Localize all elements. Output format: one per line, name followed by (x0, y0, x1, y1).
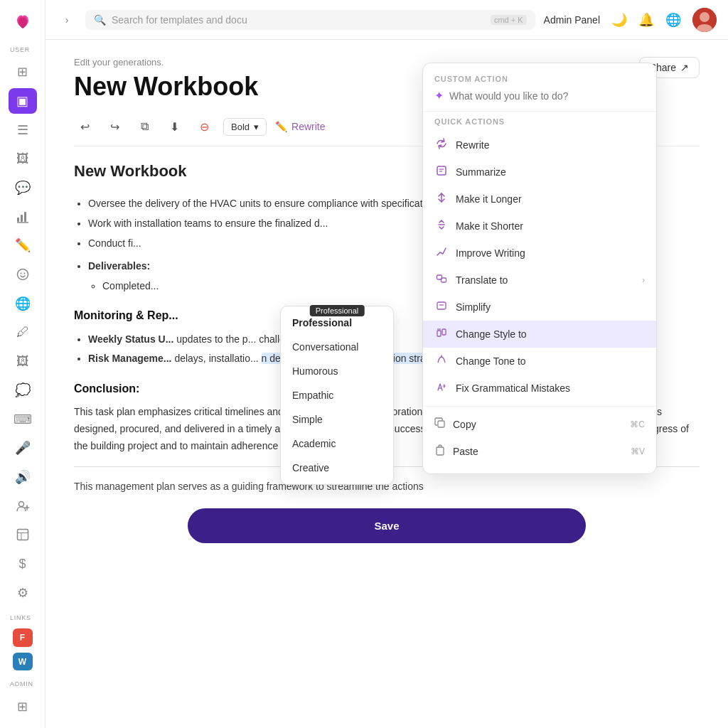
user-avatar[interactable] (692, 8, 717, 32)
download-button[interactable]: ⬇ (164, 116, 185, 137)
make-longer-icon (434, 192, 449, 206)
share-icon: ↗ (680, 62, 689, 73)
action-make-shorter[interactable]: Make it Shorter (423, 213, 656, 240)
translate-icon (434, 273, 449, 287)
simplify-icon (434, 300, 449, 314)
search-kbd: cmd + K (491, 15, 527, 25)
sidebar-pen-icon[interactable]: 🖊 (9, 319, 37, 346)
svg-rect-22 (441, 278, 446, 282)
action-translate[interactable]: Translate to › (423, 267, 656, 294)
summarize-icon (434, 165, 449, 179)
admin-panel-label: Admin Panel (544, 14, 600, 26)
action-rewrite-label: Rewrite (456, 139, 645, 151)
svg-rect-2 (24, 212, 26, 222)
expand-button[interactable]: › (57, 10, 77, 30)
qp-divider (423, 406, 656, 407)
chevron-right-icon: › (642, 275, 645, 285)
copy-button[interactable]: ⧉ (134, 116, 155, 137)
bold-select[interactable]: Bold ▾ (223, 118, 267, 136)
sidebar-admin-icon[interactable]: ⊞ (9, 693, 37, 719)
action-fix-grammar[interactable]: Fix Grammatical Mistakes (423, 375, 656, 402)
action-make-longer[interactable]: Make it Longer (423, 186, 656, 213)
improve-writing-icon (434, 246, 449, 260)
sidebar-edit-icon[interactable]: ✏️ (9, 232, 37, 259)
custom-action-row[interactable]: ✦ (423, 89, 656, 112)
custom-action-input[interactable] (449, 90, 645, 102)
sidebar-table-icon[interactable] (9, 522, 37, 548)
topbar: › 🔍 Search for templates and docu cmd + … (46, 0, 728, 40)
copy-left: Copy (434, 417, 476, 432)
style-option-academic[interactable]: Academic (281, 432, 393, 456)
language-icon[interactable]: 🌐 (665, 12, 681, 28)
action-rewrite[interactable]: Rewrite (423, 132, 656, 159)
svg-rect-10 (17, 530, 28, 540)
paste-icon (434, 444, 446, 459)
sidebar-adduser-icon[interactable] (9, 493, 37, 519)
style-option-simple[interactable]: Simple (281, 407, 393, 432)
app-logo[interactable] (10, 9, 36, 32)
copy-row[interactable]: Copy ⌘C (423, 411, 656, 438)
svg-rect-1 (21, 215, 23, 222)
sidebar-chat-icon[interactable]: 💬 (9, 175, 37, 201)
svg-rect-0 (17, 218, 19, 222)
sidebar-terminal-icon[interactable]: ⌨ (9, 406, 37, 432)
style-option-professional[interactable]: Professional (281, 311, 393, 335)
sidebar-document-icon[interactable]: ▣ (9, 88, 37, 114)
sidebar-mic-icon[interactable]: 🎤 (9, 435, 37, 461)
search-bar[interactable]: 🔍 Search for templates and docu cmd + K (85, 10, 535, 30)
action-change-tone[interactable]: Change Tone to (423, 348, 656, 375)
search-placeholder: Search for templates and docu (112, 14, 485, 26)
copy-kbd: ⌘C (630, 419, 645, 429)
action-fix-grammar-label: Fix Grammatical Mistakes (456, 382, 645, 394)
action-simplify[interactable]: Simplify (423, 294, 656, 321)
action-improve-writing[interactable]: Improve Writing (423, 240, 656, 267)
sidebar-image-icon[interactable]: 🖼 (9, 146, 37, 172)
quick-actions-label: QUICK ACTIONS (423, 117, 656, 132)
svg-rect-16 (437, 166, 446, 175)
link-w[interactable]: W (13, 653, 33, 671)
action-simplify-label: Simplify (456, 301, 645, 313)
svg-point-7 (18, 501, 23, 506)
quick-actions-panel: CUSTOM ACTION ✦ QUICK ACTIONS Rewrite Su… (422, 63, 657, 474)
chevron-down-icon: ▾ (254, 122, 259, 132)
style-option-empathic[interactable]: Empathic (281, 383, 393, 407)
action-change-style-label: Change Style to (456, 328, 645, 340)
sidebar-face-icon[interactable] (9, 262, 37, 288)
svg-point-14 (700, 12, 710, 22)
action-change-style[interactable]: Change Style to (423, 321, 656, 348)
rewrite-button[interactable]: ✏️ Rewrite (275, 121, 325, 132)
action-translate-label: Translate to (456, 274, 635, 286)
sidebar-sound-icon[interactable]: 🔊 (9, 464, 37, 491)
sidebar-grid-icon[interactable]: ⊞ (9, 59, 37, 85)
svg-rect-31 (437, 447, 444, 455)
sidebar-settings-icon[interactable]: ⚙ (9, 579, 37, 606)
undo-button[interactable]: ↩ (74, 116, 95, 137)
save-button[interactable]: Save (188, 508, 586, 543)
action-summarize[interactable]: Summarize (423, 159, 656, 186)
paste-label: Paste (453, 446, 478, 457)
sidebar-photo2-icon[interactable]: 🖼 (9, 348, 37, 375)
svg-rect-25 (437, 331, 441, 336)
search-icon: 🔍 (94, 14, 106, 26)
paste-row[interactable]: Paste ⌘V (423, 438, 656, 465)
style-option-humorous[interactable]: Humorous (281, 359, 393, 383)
dark-mode-icon[interactable]: 🌙 (611, 12, 627, 28)
notification-icon[interactable]: 🔔 (638, 12, 654, 28)
style-option-creative[interactable]: Creative (281, 456, 393, 480)
sparkle-icon: ✦ (434, 89, 444, 102)
action-summarize-label: Summarize (456, 166, 645, 178)
sidebar-bubble-icon[interactable]: 💭 (9, 378, 37, 404)
link-f[interactable]: F (13, 628, 33, 647)
links-section-label: LINKS (0, 614, 45, 621)
minus-button[interactable]: ⊖ (193, 116, 215, 137)
copy-icon (434, 417, 446, 432)
sidebar-chart-icon[interactable] (9, 203, 37, 230)
sidebar-list-icon[interactable]: ☰ (9, 117, 37, 143)
sidebar-globe-icon[interactable]: 🌐 (9, 291, 37, 317)
custom-action-label: CUSTOM ACTION (423, 75, 656, 89)
sidebar-dollar-icon[interactable]: $ (9, 551, 37, 577)
style-option-conversational[interactable]: Conversational (281, 335, 393, 359)
fix-grammar-icon (434, 381, 449, 395)
redo-button[interactable]: ↪ (104, 116, 125, 137)
style-dropdown[interactable]: Professional Professional Conversational… (280, 306, 394, 485)
